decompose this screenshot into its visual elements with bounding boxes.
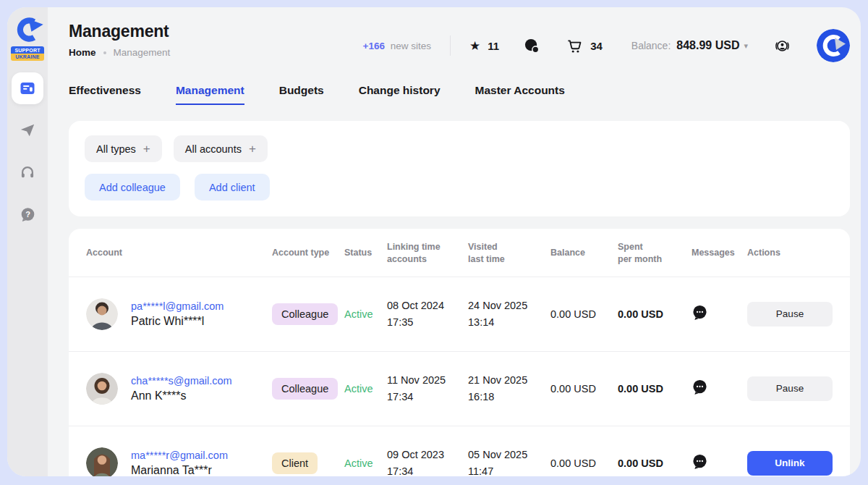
pause-button[interactable]: Pause: [747, 302, 833, 326]
col-messages: Messages: [692, 247, 747, 259]
table-row: pa*****l@gmail.com Patric Whi****l Colle…: [69, 277, 850, 351]
account-identity: pa*****l@gmail.com Patric Whi****l: [131, 300, 224, 328]
add-client-button[interactable]: Add client: [195, 174, 270, 201]
account-name: Patric Whi****l: [131, 315, 224, 328]
balance-dropdown[interactable]: Balance: 848.99 USD ▾: [631, 39, 748, 52]
status-badge: Active: [344, 457, 387, 469]
breadcrumb-separator: [103, 51, 106, 54]
col-linking-time: Linking timeaccounts: [387, 241, 468, 266]
spent-cell: 0.00 USD: [618, 457, 692, 469]
col-actions: Actions: [747, 247, 835, 259]
col-account-type: Account type: [272, 247, 344, 259]
support-ukraine-line1: SUPPORT: [11, 46, 44, 54]
message-icon[interactable]: [692, 379, 708, 395]
new-sites-count: +166: [363, 41, 385, 51]
breadcrumb: Home Management: [69, 47, 170, 58]
account-identity: cha*****s@gmail.com Ann K****s: [131, 375, 232, 402]
col-account: Account: [86, 247, 272, 259]
announcements-button[interactable]: [774, 38, 791, 54]
svg-text:?: ?: [25, 209, 30, 218]
support-ukraine-line2: UKRAINE: [11, 54, 44, 61]
filter-all-types[interactable]: All types +: [85, 135, 162, 162]
chevron-down-icon: ▾: [744, 41, 748, 51]
col-balance: Balance: [550, 247, 618, 259]
header-right: +166 new sites ★ 11: [363, 29, 850, 62]
breadcrumb-home[interactable]: Home: [69, 47, 96, 58]
filter-all-accounts-label: All accounts: [185, 143, 242, 155]
message-icon[interactable]: [692, 453, 708, 470]
question-bubble-icon: ?: [20, 206, 36, 223]
account-type-badge: Colleague: [272, 303, 338, 325]
account-cell: pa*****l@gmail.com Patric Whi****l: [86, 298, 272, 330]
message-icon[interactable]: [692, 304, 708, 321]
favorites-count: 11: [488, 40, 499, 52]
page-title: Management: [69, 22, 170, 41]
page-header: Management Home Management +166 new site…: [69, 7, 850, 62]
account-type-badge: Colleague: [272, 378, 338, 400]
balance-label: Balance:: [631, 40, 671, 51]
linking-time: 11 Nov 202517:34: [387, 372, 468, 405]
account-cell: cha*****s@gmail.com Ann K****s: [86, 373, 272, 405]
account-name: Marianna Ta***r: [131, 464, 228, 476]
sidebar-nav: ?: [12, 72, 43, 230]
sidebar-item-news[interactable]: [12, 72, 43, 104]
messages-counter[interactable]: [524, 38, 540, 54]
col-visited: Visitedlast time: [468, 241, 550, 266]
balance-cell: 0.00 USD: [550, 383, 618, 395]
headphones-icon: [20, 164, 35, 180]
account-name: Ann K****s: [131, 389, 232, 402]
account-email[interactable]: pa*****l@gmail.com: [131, 300, 224, 312]
balance-value: 848.99 USD: [676, 39, 739, 52]
account-avatar[interactable]: [817, 29, 850, 62]
spent-cell: 0.00 USD: [618, 383, 692, 395]
avatar: [86, 447, 118, 476]
table-header: Account Account type Status Linking time…: [69, 229, 850, 277]
app-logo-icon[interactable]: [12, 16, 43, 43]
support-ukraine-badge: SUPPORT UKRAINE: [11, 46, 44, 61]
new-sites-label: new sites: [391, 41, 431, 51]
sidebar-item-telegram[interactable]: [12, 114, 43, 146]
table-row: cha*****s@gmail.com Ann K****s Colleague…: [69, 351, 850, 426]
account-identity: ma*****r@gmail.com Marianna Ta***r: [131, 450, 228, 476]
filter-all-types-label: All types: [96, 143, 136, 155]
pause-button[interactable]: Pause: [747, 376, 833, 401]
accounts-table: Account Account type Status Linking time…: [69, 229, 850, 476]
account-email[interactable]: ma*****r@gmail.com: [131, 450, 228, 461]
col-status: Status: [344, 247, 387, 259]
table-row: ma*****r@gmail.com Marianna Ta***r Clien…: [69, 426, 850, 476]
account-email[interactable]: cha*****s@gmail.com: [131, 375, 232, 387]
breadcrumb-current: Management: [114, 47, 171, 58]
header-divider: [450, 35, 451, 56]
app-window: SUPPORT UKRAINE: [7, 7, 861, 476]
chat-notification-icon: [524, 38, 540, 54]
filter-chips: All types + All accounts +: [85, 135, 834, 162]
account-type-badge: Client: [272, 452, 318, 474]
add-buttons: Add colleague Add client: [85, 174, 834, 201]
tab-management[interactable]: Management: [176, 84, 244, 105]
paper-plane-icon: [20, 122, 35, 138]
news-icon: [19, 80, 36, 97]
add-colleague-button[interactable]: Add colleague: [85, 174, 180, 201]
favorites-counter[interactable]: ★ 11: [469, 40, 499, 52]
balance-cell: 0.00 USD: [550, 308, 618, 320]
main-content: Management Home Management +166 new site…: [48, 7, 861, 476]
filters-card: All types + All accounts + Add colleague…: [69, 121, 850, 216]
account-cell: ma*****r@gmail.com Marianna Ta***r: [86, 447, 272, 476]
filter-all-accounts[interactable]: All accounts +: [174, 135, 268, 162]
sidebar-item-support[interactable]: [12, 156, 43, 188]
visited-time: 05 Nov 202511:47: [468, 447, 550, 476]
spent-cell: 0.00 USD: [618, 308, 692, 320]
cart-counter[interactable]: 34: [566, 38, 603, 54]
sidebar-item-help[interactable]: ?: [12, 198, 43, 230]
tab-effectiveness[interactable]: Effectiveness: [69, 84, 141, 105]
tab-master-accounts[interactable]: Master Accounts: [475, 84, 565, 105]
unlink-button[interactable]: Unlink: [747, 451, 833, 476]
tab-change-history[interactable]: Change history: [359, 84, 441, 105]
cart-count: 34: [590, 40, 603, 52]
col-spent: Spentper month: [618, 241, 692, 266]
plus-icon: +: [143, 142, 150, 156]
status-badge: Active: [344, 383, 387, 395]
new-sites-link[interactable]: +166 new sites: [363, 41, 431, 51]
tab-budgets[interactable]: Budgets: [279, 84, 324, 105]
avatar: [86, 373, 118, 405]
